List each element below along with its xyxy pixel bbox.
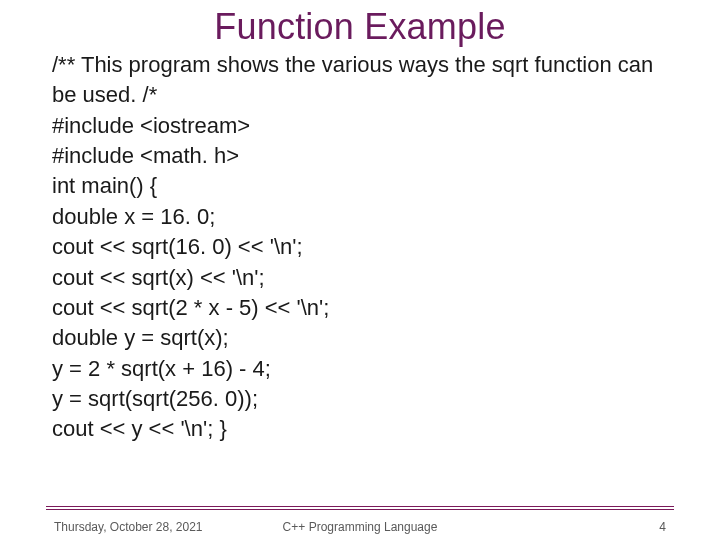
slide-title: Function Example [0, 6, 720, 48]
code-block: /** This program shows the various ways … [52, 50, 672, 445]
code-line: int main() { [52, 171, 672, 201]
footer-divider [46, 506, 674, 508]
code-line: #include <iostream> [52, 111, 672, 141]
code-line: cout << sqrt(x) << '\n'; [52, 263, 672, 293]
code-line: double x = 16. 0; [52, 202, 672, 232]
footer-date: Thursday, October 28, 2021 [54, 520, 203, 534]
code-line: y = 2 * sqrt(x + 16) - 4; [52, 354, 672, 384]
code-line: #include <math. h> [52, 141, 672, 171]
footer-course: C++ Programming Language [283, 520, 438, 534]
slide: Function Example /** This program shows … [0, 6, 720, 540]
code-line: double y = sqrt(x); [52, 323, 672, 353]
code-line: cout << y << '\n'; } [52, 414, 672, 444]
footer: Thursday, October 28, 2021 C++ Programmi… [0, 512, 720, 534]
footer-page: 4 [659, 520, 666, 534]
code-line: cout << sqrt(16. 0) << '\n'; [52, 232, 672, 262]
code-line: y = sqrt(sqrt(256. 0)); [52, 384, 672, 414]
code-line: cout << sqrt(2 * x - 5) << '\n'; [52, 293, 672, 323]
code-line: /** This program shows the various ways … [52, 50, 672, 111]
